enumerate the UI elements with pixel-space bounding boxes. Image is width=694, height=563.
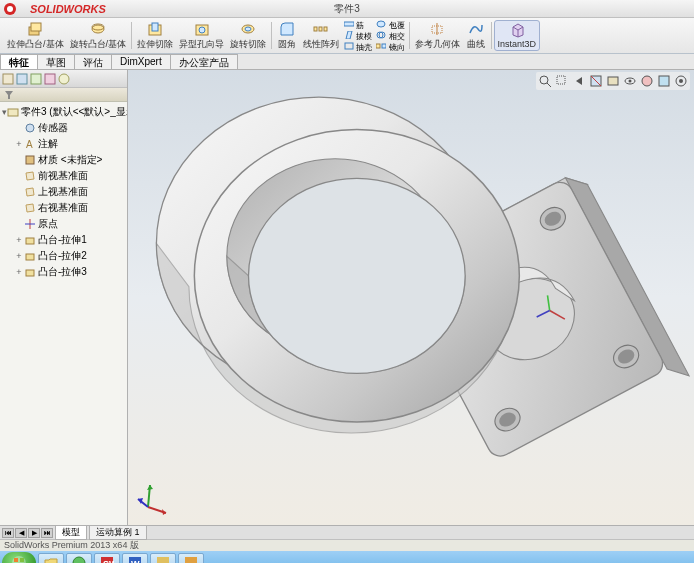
status-text: SolidWorks Premium 2013 x64 版 bbox=[4, 539, 139, 552]
tree-item-material[interactable]: 材质 <未指定> bbox=[2, 152, 125, 168]
wrap-button[interactable]: 包覆 bbox=[376, 20, 404, 31]
feature-tree: ▾ 零件3 (默认<<默认>_显示状态 传感器 +A注解 材质 <未指定> 前视… bbox=[0, 102, 127, 525]
tab-nav-first[interactable]: ⏮ bbox=[2, 528, 14, 538]
svg-rect-11 bbox=[319, 27, 322, 31]
extrude-cut-icon bbox=[147, 21, 163, 37]
material-icon bbox=[24, 154, 36, 166]
draft-button[interactable]: 拔模 bbox=[344, 31, 372, 42]
taskbar-word[interactable]: W bbox=[122, 553, 148, 563]
tree-item-top-plane[interactable]: 上视基准面 bbox=[2, 184, 125, 200]
svg-rect-5 bbox=[152, 23, 158, 31]
windows-taskbar: SW W bbox=[0, 551, 694, 563]
tree-item-boss-extrude2[interactable]: +凸台-拉伸2 bbox=[2, 248, 125, 264]
panel-filter-bar[interactable] bbox=[0, 88, 127, 102]
tab-nav-next[interactable]: ▶ bbox=[28, 528, 40, 538]
svg-rect-76 bbox=[20, 558, 24, 562]
document-title: 零件3 bbox=[334, 2, 360, 16]
zoom-area-icon[interactable] bbox=[555, 74, 569, 88]
solidworks-logo-icon bbox=[4, 3, 16, 15]
svg-rect-13 bbox=[344, 22, 354, 26]
svg-marker-71 bbox=[147, 485, 153, 490]
property-manager-tab-icon[interactable] bbox=[16, 73, 28, 85]
taskbar-browser[interactable] bbox=[66, 553, 92, 563]
command-tabs: 特征 草图 评估 DimXpert 办公室产品 bbox=[0, 54, 694, 70]
prev-view-icon[interactable] bbox=[572, 74, 586, 88]
orientation-triad[interactable] bbox=[136, 477, 176, 517]
tree-item-origin[interactable]: 原点 bbox=[2, 216, 125, 232]
bottom-tab-motion-study[interactable]: 运动算例 1 bbox=[89, 525, 147, 540]
view-settings-icon[interactable] bbox=[674, 74, 688, 88]
hide-show-icon[interactable] bbox=[623, 74, 637, 88]
linear-pattern-button[interactable]: 线性阵列 bbox=[300, 20, 342, 51]
svg-point-7 bbox=[199, 27, 205, 33]
svg-rect-27 bbox=[31, 74, 41, 84]
graphics-viewport[interactable] bbox=[128, 70, 694, 525]
tab-evaluate[interactable]: 评估 bbox=[74, 54, 112, 69]
feature-tree-tab-icon[interactable] bbox=[2, 73, 14, 85]
zoom-fit-icon[interactable] bbox=[538, 74, 552, 88]
ref-geom-icon bbox=[429, 21, 445, 37]
dimxpert-manager-tab-icon[interactable] bbox=[44, 73, 56, 85]
taskbar-app2[interactable] bbox=[178, 553, 204, 563]
hole-wizard-button[interactable]: 异型孔向导 bbox=[176, 20, 227, 51]
svg-point-39 bbox=[540, 76, 548, 84]
tree-item-boss-extrude3[interactable]: +凸台-拉伸3 bbox=[2, 264, 125, 280]
bottom-tab-model[interactable]: 模型 bbox=[55, 525, 87, 540]
svg-rect-19 bbox=[382, 44, 386, 48]
fillet-button[interactable]: 圆角 bbox=[274, 20, 300, 51]
svg-rect-37 bbox=[26, 254, 34, 260]
mirror-button[interactable]: 镜向 bbox=[376, 42, 404, 53]
tab-features[interactable]: 特征 bbox=[0, 54, 38, 69]
start-button[interactable] bbox=[2, 552, 36, 563]
tree-item-right-plane[interactable]: 右视基准面 bbox=[2, 200, 125, 216]
tree-item-front-plane[interactable]: 前视基准面 bbox=[2, 168, 125, 184]
title-bar: SOLIDWORKS 零件3 bbox=[0, 0, 694, 18]
curves-button[interactable]: 曲线 bbox=[463, 20, 489, 51]
heads-up-view-toolbar bbox=[536, 72, 690, 90]
sw-icon: SW bbox=[100, 556, 114, 563]
svg-rect-48 bbox=[659, 76, 669, 86]
instant3d-button[interactable]: Instant3D bbox=[494, 20, 541, 51]
tab-sketch[interactable]: 草图 bbox=[37, 54, 75, 69]
revolve-boss-button[interactable]: 旋转凸台/基体 bbox=[67, 20, 130, 51]
folder-icon bbox=[44, 556, 58, 563]
revolve-cut-button[interactable]: 旋转切除 bbox=[227, 20, 269, 51]
tab-office[interactable]: 办公室产品 bbox=[170, 54, 238, 69]
extrude-cut-button[interactable]: 拉伸切除 bbox=[134, 20, 176, 51]
taskbar-solidworks[interactable]: SW bbox=[94, 553, 120, 563]
taskbar-app1[interactable] bbox=[150, 553, 176, 563]
shell-button[interactable]: 抽壳 bbox=[344, 42, 372, 53]
ribbon-toolbar: 拉伸凸台/基体 旋转凸台/基体 拉伸切除 异型孔向导 旋转切除 圆角 线性阵列 … bbox=[0, 18, 694, 54]
svg-point-15 bbox=[377, 21, 385, 27]
tree-item-boss-extrude1[interactable]: +凸台-拉伸1 bbox=[2, 232, 125, 248]
intersect-button[interactable]: 相交 bbox=[376, 31, 404, 42]
tab-nav-prev[interactable]: ◀ bbox=[15, 528, 27, 538]
annotation-icon: A bbox=[24, 138, 36, 150]
tree-item-annotations[interactable]: +A注解 bbox=[2, 136, 125, 152]
tab-nav-last[interactable]: ⏭ bbox=[41, 528, 53, 538]
svg-rect-12 bbox=[324, 27, 327, 31]
taskbar-explorer[interactable] bbox=[38, 553, 64, 563]
extrude-icon bbox=[24, 250, 36, 262]
display-style-icon[interactable] bbox=[606, 74, 620, 88]
fillet-icon bbox=[279, 21, 295, 37]
svg-rect-38 bbox=[26, 270, 34, 276]
edit-appearance-icon[interactable] bbox=[640, 74, 654, 88]
status-bar: SolidWorks Premium 2013 x64 版 bbox=[0, 539, 694, 551]
config-manager-tab-icon[interactable] bbox=[30, 73, 42, 85]
svg-rect-44 bbox=[608, 77, 618, 85]
svg-rect-85 bbox=[185, 557, 197, 563]
svg-point-67 bbox=[249, 178, 466, 373]
svg-rect-33 bbox=[26, 156, 34, 164]
apply-scene-icon[interactable] bbox=[657, 74, 671, 88]
tree-item-sensors[interactable]: 传感器 bbox=[2, 120, 125, 136]
svg-rect-18 bbox=[376, 44, 380, 48]
ref-geometry-button[interactable]: 参考几何体 bbox=[412, 20, 463, 51]
display-manager-tab-icon[interactable] bbox=[58, 73, 70, 85]
section-view-icon[interactable] bbox=[589, 74, 603, 88]
tab-dimxpert[interactable]: DimXpert bbox=[111, 54, 171, 69]
tree-root[interactable]: ▾ 零件3 (默认<<默认>_显示状态 bbox=[2, 104, 125, 120]
extrude-boss-icon bbox=[27, 21, 43, 37]
rib-button[interactable]: 筋 bbox=[344, 20, 372, 31]
extrude-boss-button[interactable]: 拉伸凸台/基体 bbox=[4, 20, 67, 51]
